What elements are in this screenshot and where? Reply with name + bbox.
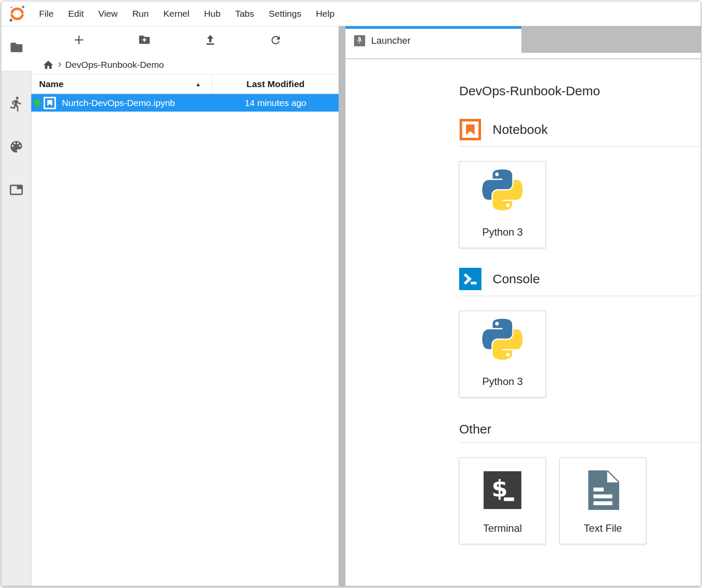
card-label: Python 3 — [482, 226, 523, 238]
activity-bar-rest — [1, 71, 31, 586]
launcher-card-text-file[interactable]: Text File — [560, 458, 646, 544]
tab-launcher-label: Launcher — [371, 35, 411, 46]
launcher-card-terminal[interactable]: Terminal — [459, 458, 546, 544]
main-dock-panel: Launcher DevOps-Runbook-Demo Notebook — [345, 26, 701, 586]
launcher-section-notebook: Notebook — [459, 118, 701, 141]
file-modified-time: 14 minutes ago — [212, 98, 339, 108]
section-label-other: Other — [459, 422, 491, 436]
card-label: Terminal — [483, 522, 522, 534]
notebook-icon — [459, 118, 481, 141]
name-column-label: Name — [39, 79, 64, 89]
upload-icon — [204, 33, 217, 48]
sidebar-tab-open-tabs[interactable] — [1, 169, 31, 212]
launcher-section-console: Console — [459, 268, 701, 290]
menu-items: File Edit View Run Kernel Hub Tabs Setti… — [32, 1, 342, 26]
left-activity-bar — [1, 26, 31, 586]
launcher-rocket-icon — [354, 35, 365, 46]
refresh-icon — [269, 34, 282, 48]
file-list-header: Name ▲ Last Modified — [31, 74, 339, 94]
launcher-card-python3-notebook[interactable]: Python 3 — [459, 161, 546, 248]
refresh-button[interactable] — [243, 26, 309, 55]
panel-splitter[interactable] — [339, 26, 345, 586]
menu-edit[interactable]: Edit — [61, 1, 91, 26]
section-label-notebook: Notebook — [493, 122, 548, 137]
launcher-section-other: Other — [459, 421, 701, 437]
new-folder-icon — [137, 33, 151, 49]
jupyter-logo-icon — [7, 4, 27, 23]
file-list-empty-area[interactable] — [31, 112, 339, 586]
sort-ascending-icon: ▲ — [195, 81, 201, 88]
menu-run[interactable]: Run — [125, 1, 156, 26]
menu-bar: File Edit View Run Kernel Hub Tabs Setti… — [1, 1, 701, 26]
new-launcher-button[interactable] — [46, 26, 112, 55]
menu-tabs[interactable]: Tabs — [228, 1, 261, 26]
new-folder-button[interactable] — [112, 26, 177, 55]
kernel-running-dot — [34, 100, 40, 106]
breadcrumb-separator: › — [58, 58, 61, 70]
sidebar-tab-commands[interactable] — [1, 126, 31, 169]
tab-launcher[interactable]: Launcher — [345, 26, 521, 53]
breadcrumb-folder[interactable]: DevOps-Runbook-Demo — [65, 60, 164, 70]
section-divider — [459, 146, 701, 147]
python-icon — [460, 162, 545, 226]
column-header-name[interactable]: Name ▲ — [31, 75, 212, 94]
menu-file[interactable]: File — [32, 1, 61, 26]
file-browser-toolbar — [46, 26, 309, 55]
sidebar-tab-running[interactable] — [1, 83, 31, 126]
terminal-icon — [460, 458, 545, 522]
tabs-icon — [8, 182, 24, 200]
card-label: Text File — [584, 522, 622, 534]
breadcrumb: › DevOps-Runbook-Demo — [31, 55, 339, 74]
menu-kernel[interactable]: Kernel — [156, 1, 197, 26]
sidebar-tab-filebrowser[interactable] — [1, 26, 32, 71]
launcher-card-python3-console[interactable]: Python 3 — [459, 311, 546, 397]
file-row-selected[interactable]: Nurtch-DevOps-Demo.ipynb 14 minutes ago — [31, 94, 339, 112]
menu-hub[interactable]: Hub — [197, 1, 228, 26]
section-divider — [459, 443, 701, 443]
menu-view[interactable]: View — [91, 1, 125, 26]
text-file-icon — [560, 458, 646, 522]
dock-tab-bar: Launcher — [345, 26, 701, 53]
python-icon — [460, 311, 545, 376]
launcher-panel: DevOps-Runbook-Demo Notebook Python 3 — [345, 59, 701, 586]
column-header-modified[interactable]: Last Modified — [212, 79, 339, 89]
running-man-icon — [8, 96, 24, 114]
file-browser-panel: › DevOps-Runbook-Demo Name ▲ Last Modifi… — [31, 26, 339, 586]
section-label-console: Console — [493, 272, 540, 286]
menu-settings[interactable]: Settings — [261, 1, 309, 26]
menu-help[interactable]: Help — [309, 1, 342, 26]
home-icon[interactable] — [42, 59, 54, 71]
console-icon — [459, 268, 481, 290]
section-divider — [459, 296, 701, 296]
folder-icon — [9, 40, 24, 58]
palette-icon — [9, 139, 24, 156]
jupyterlab-window: File Edit View Run Kernel Hub Tabs Setti… — [1, 1, 701, 586]
card-label: Python 3 — [482, 376, 523, 388]
launcher-cwd-title: DevOps-Runbook-Demo — [459, 83, 701, 99]
file-name: Nurtch-DevOps-Demo.ipynb — [62, 98, 212, 108]
upload-button[interactable] — [177, 26, 243, 55]
notebook-file-icon — [43, 97, 56, 109]
dock-gap — [345, 53, 701, 58]
plus-icon — [72, 33, 86, 48]
